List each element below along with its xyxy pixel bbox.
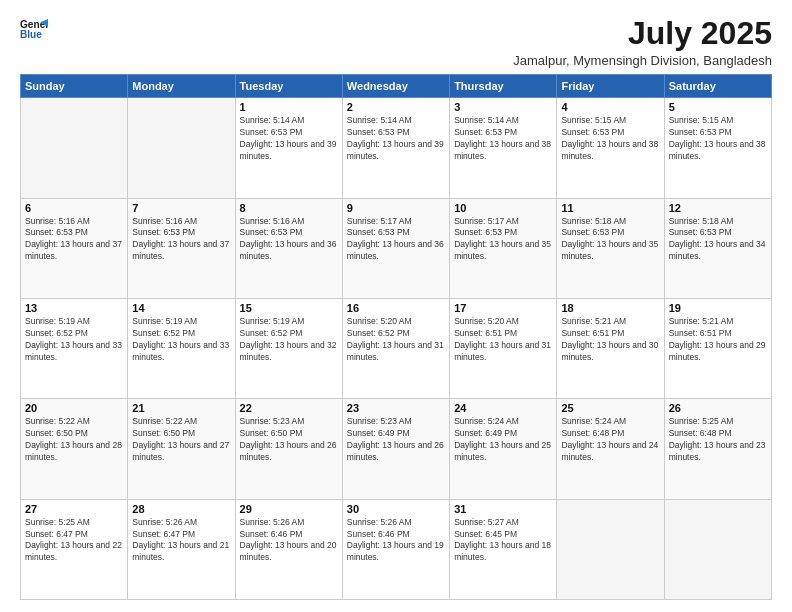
day-detail: Sunrise: 5:17 AMSunset: 6:53 PMDaylight:… xyxy=(347,216,445,264)
calendar-cell: 4Sunrise: 5:15 AMSunset: 6:53 PMDaylight… xyxy=(557,98,664,198)
calendar-week-3: 13Sunrise: 5:19 AMSunset: 6:52 PMDayligh… xyxy=(21,298,772,398)
day-number: 3 xyxy=(454,101,552,113)
day-detail: Sunrise: 5:26 AMSunset: 6:47 PMDaylight:… xyxy=(132,517,230,565)
logo: General Blue xyxy=(20,16,48,44)
title-block: July 2025 Jamalpur, Mymensingh Division,… xyxy=(513,16,772,68)
day-number: 19 xyxy=(669,302,767,314)
day-number: 26 xyxy=(669,402,767,414)
calendar-week-2: 6Sunrise: 5:16 AMSunset: 6:53 PMDaylight… xyxy=(21,198,772,298)
day-number: 11 xyxy=(561,202,659,214)
header-sunday: Sunday xyxy=(21,75,128,98)
page: General Blue July 2025 Jamalpur, Mymensi… xyxy=(0,0,792,612)
day-number: 21 xyxy=(132,402,230,414)
day-detail: Sunrise: 5:21 AMSunset: 6:51 PMDaylight:… xyxy=(561,316,659,364)
day-detail: Sunrise: 5:22 AMSunset: 6:50 PMDaylight:… xyxy=(132,416,230,464)
calendar-week-1: 1Sunrise: 5:14 AMSunset: 6:53 PMDaylight… xyxy=(21,98,772,198)
day-number: 8 xyxy=(240,202,338,214)
calendar-cell xyxy=(21,98,128,198)
calendar-cell: 12Sunrise: 5:18 AMSunset: 6:53 PMDayligh… xyxy=(664,198,771,298)
day-number: 1 xyxy=(240,101,338,113)
calendar-header: Sunday Monday Tuesday Wednesday Thursday… xyxy=(21,75,772,98)
day-number: 31 xyxy=(454,503,552,515)
calendar-cell: 26Sunrise: 5:25 AMSunset: 6:48 PMDayligh… xyxy=(664,399,771,499)
day-number: 29 xyxy=(240,503,338,515)
day-detail: Sunrise: 5:23 AMSunset: 6:49 PMDaylight:… xyxy=(347,416,445,464)
day-detail: Sunrise: 5:27 AMSunset: 6:45 PMDaylight:… xyxy=(454,517,552,565)
calendar-cell: 8Sunrise: 5:16 AMSunset: 6:53 PMDaylight… xyxy=(235,198,342,298)
header-saturday: Saturday xyxy=(664,75,771,98)
calendar-cell: 18Sunrise: 5:21 AMSunset: 6:51 PMDayligh… xyxy=(557,298,664,398)
calendar-cell: 30Sunrise: 5:26 AMSunset: 6:46 PMDayligh… xyxy=(342,499,449,599)
day-number: 17 xyxy=(454,302,552,314)
calendar-cell: 13Sunrise: 5:19 AMSunset: 6:52 PMDayligh… xyxy=(21,298,128,398)
calendar-cell: 5Sunrise: 5:15 AMSunset: 6:53 PMDaylight… xyxy=(664,98,771,198)
day-number: 23 xyxy=(347,402,445,414)
calendar-cell: 3Sunrise: 5:14 AMSunset: 6:53 PMDaylight… xyxy=(450,98,557,198)
calendar-cell xyxy=(557,499,664,599)
day-detail: Sunrise: 5:14 AMSunset: 6:53 PMDaylight:… xyxy=(347,115,445,163)
day-detail: Sunrise: 5:26 AMSunset: 6:46 PMDaylight:… xyxy=(347,517,445,565)
day-number: 27 xyxy=(25,503,123,515)
day-number: 6 xyxy=(25,202,123,214)
calendar-cell: 9Sunrise: 5:17 AMSunset: 6:53 PMDaylight… xyxy=(342,198,449,298)
calendar-cell: 15Sunrise: 5:19 AMSunset: 6:52 PMDayligh… xyxy=(235,298,342,398)
calendar-cell: 22Sunrise: 5:23 AMSunset: 6:50 PMDayligh… xyxy=(235,399,342,499)
calendar-body: 1Sunrise: 5:14 AMSunset: 6:53 PMDaylight… xyxy=(21,98,772,600)
day-number: 22 xyxy=(240,402,338,414)
calendar-cell: 29Sunrise: 5:26 AMSunset: 6:46 PMDayligh… xyxy=(235,499,342,599)
day-number: 28 xyxy=(132,503,230,515)
calendar-cell: 1Sunrise: 5:14 AMSunset: 6:53 PMDaylight… xyxy=(235,98,342,198)
calendar-cell: 19Sunrise: 5:21 AMSunset: 6:51 PMDayligh… xyxy=(664,298,771,398)
day-detail: Sunrise: 5:18 AMSunset: 6:53 PMDaylight:… xyxy=(561,216,659,264)
header-friday: Friday xyxy=(557,75,664,98)
day-number: 15 xyxy=(240,302,338,314)
day-detail: Sunrise: 5:14 AMSunset: 6:53 PMDaylight:… xyxy=(240,115,338,163)
day-number: 30 xyxy=(347,503,445,515)
day-detail: Sunrise: 5:16 AMSunset: 6:53 PMDaylight:… xyxy=(132,216,230,264)
calendar-cell: 6Sunrise: 5:16 AMSunset: 6:53 PMDaylight… xyxy=(21,198,128,298)
calendar-cell: 16Sunrise: 5:20 AMSunset: 6:52 PMDayligh… xyxy=(342,298,449,398)
day-detail: Sunrise: 5:24 AMSunset: 6:48 PMDaylight:… xyxy=(561,416,659,464)
day-number: 7 xyxy=(132,202,230,214)
calendar-cell xyxy=(128,98,235,198)
day-detail: Sunrise: 5:24 AMSunset: 6:49 PMDaylight:… xyxy=(454,416,552,464)
day-number: 2 xyxy=(347,101,445,113)
svg-text:Blue: Blue xyxy=(20,29,42,40)
day-detail: Sunrise: 5:17 AMSunset: 6:53 PMDaylight:… xyxy=(454,216,552,264)
calendar-cell: 28Sunrise: 5:26 AMSunset: 6:47 PMDayligh… xyxy=(128,499,235,599)
calendar-cell: 31Sunrise: 5:27 AMSunset: 6:45 PMDayligh… xyxy=(450,499,557,599)
day-detail: Sunrise: 5:23 AMSunset: 6:50 PMDaylight:… xyxy=(240,416,338,464)
day-detail: Sunrise: 5:25 AMSunset: 6:47 PMDaylight:… xyxy=(25,517,123,565)
calendar-cell: 27Sunrise: 5:25 AMSunset: 6:47 PMDayligh… xyxy=(21,499,128,599)
day-detail: Sunrise: 5:15 AMSunset: 6:53 PMDaylight:… xyxy=(561,115,659,163)
calendar-cell: 7Sunrise: 5:16 AMSunset: 6:53 PMDaylight… xyxy=(128,198,235,298)
calendar-cell xyxy=(664,499,771,599)
day-number: 12 xyxy=(669,202,767,214)
day-detail: Sunrise: 5:20 AMSunset: 6:52 PMDaylight:… xyxy=(347,316,445,364)
header: General Blue July 2025 Jamalpur, Mymensi… xyxy=(20,16,772,68)
day-detail: Sunrise: 5:19 AMSunset: 6:52 PMDaylight:… xyxy=(240,316,338,364)
calendar-table: Sunday Monday Tuesday Wednesday Thursday… xyxy=(20,74,772,600)
day-number: 14 xyxy=(132,302,230,314)
day-number: 20 xyxy=(25,402,123,414)
logo-icon: General Blue xyxy=(20,16,48,44)
calendar-week-5: 27Sunrise: 5:25 AMSunset: 6:47 PMDayligh… xyxy=(21,499,772,599)
day-number: 13 xyxy=(25,302,123,314)
day-number: 4 xyxy=(561,101,659,113)
day-number: 18 xyxy=(561,302,659,314)
day-number: 16 xyxy=(347,302,445,314)
day-number: 25 xyxy=(561,402,659,414)
day-detail: Sunrise: 5:21 AMSunset: 6:51 PMDaylight:… xyxy=(669,316,767,364)
calendar-cell: 24Sunrise: 5:24 AMSunset: 6:49 PMDayligh… xyxy=(450,399,557,499)
day-number: 24 xyxy=(454,402,552,414)
day-detail: Sunrise: 5:22 AMSunset: 6:50 PMDaylight:… xyxy=(25,416,123,464)
day-number: 5 xyxy=(669,101,767,113)
calendar-cell: 23Sunrise: 5:23 AMSunset: 6:49 PMDayligh… xyxy=(342,399,449,499)
day-detail: Sunrise: 5:26 AMSunset: 6:46 PMDaylight:… xyxy=(240,517,338,565)
calendar-cell: 14Sunrise: 5:19 AMSunset: 6:52 PMDayligh… xyxy=(128,298,235,398)
header-thursday: Thursday xyxy=(450,75,557,98)
subtitle: Jamalpur, Mymensingh Division, Banglades… xyxy=(513,53,772,68)
calendar-cell: 11Sunrise: 5:18 AMSunset: 6:53 PMDayligh… xyxy=(557,198,664,298)
header-row: Sunday Monday Tuesday Wednesday Thursday… xyxy=(21,75,772,98)
day-detail: Sunrise: 5:15 AMSunset: 6:53 PMDaylight:… xyxy=(669,115,767,163)
